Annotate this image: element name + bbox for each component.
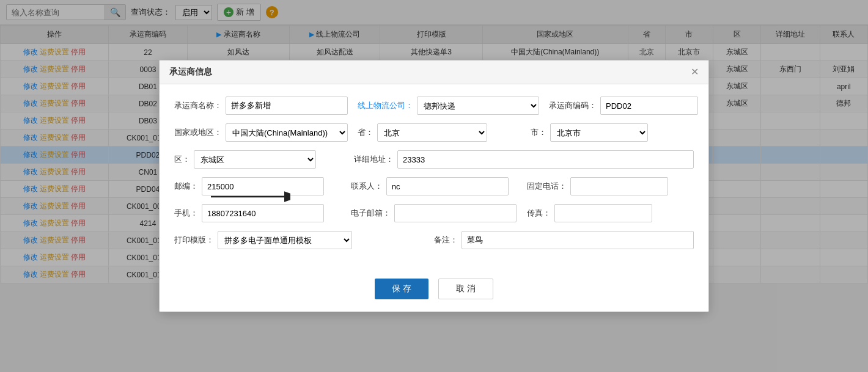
print-template-group: 打印模版： 拼多多电子面单通用模板 — [174, 231, 424, 249]
email-group: 电子邮箱： — [351, 204, 518, 222]
country-label: 国家或地区： — [174, 127, 222, 138]
form-row-2: 国家或地区： 中国大陆(China(Mainland)) 省： 北京 市： 北京… — [174, 123, 694, 142]
carrier-code-input[interactable] — [600, 97, 698, 115]
form-row-5: 手机： 电子邮箱： 传真： — [174, 204, 694, 222]
modal-dialog: 承运商信息 ✕ 承运商名称： 线上物流公司： 德邦快递 菜鸟通用 承运商编 — [159, 60, 709, 283]
print-template-select[interactable]: 拼多多电子面单通用模板 — [218, 231, 352, 249]
address-group: 详细地址： — [354, 150, 694, 169]
landline-input[interactable] — [570, 177, 668, 195]
carrier-name-group: 承运商名称： — [174, 97, 348, 115]
remarks-label: 备注： — [434, 235, 458, 246]
postcode-label: 邮编： — [174, 181, 198, 192]
mobile-label: 手机： — [174, 208, 198, 219]
modal-overlay: 承运商信息 ✕ 承运商名称： 线上物流公司： 德邦快递 菜鸟通用 承运商编 — [0, 0, 868, 283]
city-label: 市： — [531, 127, 546, 138]
modal-footer: 保 存 取 消 — [160, 270, 708, 283]
cancel-button[interactable]: 取 消 — [438, 279, 493, 283]
contact-label: 联系人： — [351, 181, 383, 192]
form-row-6: 打印模版： 拼多多电子面单通用模板 备注： — [174, 231, 694, 249]
carrier-name-label: 承运商名称： — [174, 100, 222, 111]
modal-title: 承运商信息 — [169, 67, 212, 78]
address-label: 详细地址： — [354, 154, 394, 165]
carrier-name-input[interactable] — [226, 97, 348, 115]
form-row-3: 区： 东城区 详细地址： — [174, 150, 694, 169]
district-group: 区： 东城区 — [174, 150, 344, 169]
modal-body: 承运商名称： 线上物流公司： 德邦快递 菜鸟通用 承运商编码： — [160, 84, 708, 270]
carrier-code-group: 承运商编码： — [549, 97, 698, 115]
remarks-input[interactable] — [462, 231, 694, 249]
modal-close-button[interactable]: ✕ — [691, 67, 699, 77]
fax-label: 传真： — [527, 208, 551, 219]
district-label: 区： — [174, 154, 190, 165]
email-input[interactable] — [394, 204, 517, 222]
landline-group: 固定电话： — [527, 177, 694, 195]
email-label: 电子邮箱： — [351, 208, 391, 219]
landline-label: 固定电话： — [527, 181, 567, 192]
contact-input[interactable] — [386, 177, 509, 195]
province-select[interactable]: 北京 — [377, 123, 487, 142]
print-template-label: 打印模版： — [174, 235, 214, 246]
district-select[interactable]: 东城区 — [194, 150, 316, 169]
remarks-group: 备注： — [434, 231, 694, 249]
province-group: 省： 北京 — [358, 123, 521, 142]
fax-group: 传真： — [527, 204, 694, 222]
logistics-company-label: 线上物流公司： — [358, 100, 413, 111]
province-label: 省： — [358, 127, 373, 138]
mobile-group: 手机： — [174, 204, 341, 222]
fax-input[interactable] — [554, 204, 652, 222]
logistics-company-select[interactable]: 德邦快递 菜鸟通用 — [417, 97, 539, 115]
arrow-indicator — [211, 188, 290, 206]
contact-group: 联系人： — [351, 177, 518, 195]
mobile-input[interactable] — [202, 204, 324, 222]
save-button[interactable]: 保 存 — [375, 279, 428, 283]
carrier-code-label: 承运商编码： — [549, 100, 597, 111]
logistics-company-group: 线上物流公司： 德邦快递 菜鸟通用 — [358, 97, 539, 115]
address-input[interactable] — [397, 150, 694, 169]
city-group: 市： 北京市 — [531, 123, 694, 142]
city-select[interactable]: 北京市 — [550, 123, 648, 142]
country-group: 国家或地区： 中国大陆(China(Mainland)) — [174, 123, 348, 142]
country-select[interactable]: 中国大陆(China(Mainland)) — [226, 123, 348, 142]
form-row-1: 承运商名称： 线上物流公司： 德邦快递 菜鸟通用 承运商编码： — [174, 97, 694, 115]
modal-header: 承运商信息 ✕ — [160, 60, 708, 84]
